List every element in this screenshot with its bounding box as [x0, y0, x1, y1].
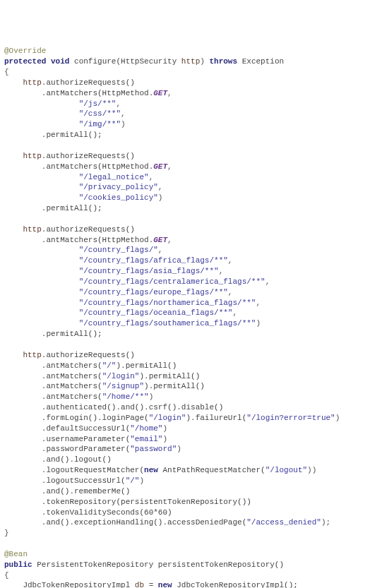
- code-token: "/cookies_policy": [79, 193, 158, 202]
- code-line: "/privacy_policy",: [4, 182, 366, 193]
- code-token: void: [46, 57, 74, 66]
- code-token: "/legal_notice": [79, 173, 149, 181]
- code-token: GET: [153, 162, 167, 171]
- code-token: [4, 109, 79, 118]
- code-token: ): [139, 476, 144, 485]
- code-token: "/home/**": [102, 392, 149, 401]
- code-line: "/legal_notice",: [4, 172, 366, 183]
- code-line: .defaultSuccessUrl("/home"): [4, 424, 366, 434]
- code-line: .authenticated().and().csrf().disable(): [4, 402, 366, 413]
- code-line: .antMatchers("/signup").permitAll(): [4, 381, 366, 392]
- code-line: "/country_flags/asia_flags/**",: [4, 266, 366, 277]
- code-token: "password": [130, 445, 177, 453]
- code-line: http.authorizeRequests(): [4, 224, 366, 235]
- code-token: "/img/**": [79, 120, 121, 128]
- code-token: ).permitAll(): [144, 382, 205, 390]
- code-token: http: [4, 78, 42, 87]
- code-line: .permitAll();: [4, 329, 366, 340]
- code-token: ).permitAll(): [139, 372, 200, 380]
- code-line: {: [4, 67, 366, 78]
- code-token: "email": [130, 435, 162, 443]
- code-token: =: [144, 581, 158, 588]
- code-line: "/img/**"): [4, 119, 366, 130]
- code-line: .and().rememberMe(): [4, 486, 366, 497]
- code-token: "/country_flags/southamerica_flags/**": [79, 319, 256, 328]
- code-token: "/login": [102, 372, 140, 380]
- code-token: ,: [256, 299, 261, 307]
- code-token: ).permitAll(): [116, 361, 177, 370]
- code-line: @Override: [4, 46, 366, 56]
- code-token: [4, 120, 79, 128]
- code-token: ,: [167, 162, 172, 171]
- code-token: JdbcTokenRepositoryImpl: [4, 581, 135, 588]
- code-token: "/signup": [102, 382, 144, 390]
- code-token: "/country_flags/europe_flags/**": [79, 288, 228, 296]
- code-token: new: [144, 466, 162, 474]
- code-token: ): [177, 445, 181, 453]
- code-token: [4, 183, 79, 191]
- code-token: .usernameParameter(: [4, 435, 130, 443]
- code-line: .passwordParameter("password"): [4, 444, 366, 455]
- code-line: .antMatchers(HttpMethod.GET,: [4, 88, 366, 99]
- code-token: );: [321, 518, 330, 527]
- code-token: "/": [126, 476, 140, 485]
- code-line: .and().exceptionHandling().accessDeniedP…: [4, 517, 366, 528]
- code-token: .antMatchers(HttpMethod.: [4, 89, 153, 97]
- code-token: @Bean: [4, 550, 28, 558]
- code-line: {: [4, 570, 366, 581]
- code-token: [4, 173, 79, 181]
- code-line: [4, 539, 366, 549]
- code-line: "/country_flags/oceania_flags/**",: [4, 308, 366, 318]
- code-token: ): [162, 424, 167, 433]
- code-token: public: [4, 560, 37, 569]
- code-token: ,: [167, 236, 172, 244]
- code-token: configure(HttpSecurity: [74, 57, 181, 66]
- code-token: .authorizeRequests(): [42, 225, 135, 234]
- code-token: ,: [228, 256, 233, 265]
- code-line: JdbcTokenRepositoryImpl db = new JdbcTok…: [4, 580, 366, 588]
- code-line: "/country_flags/northamerica_flags/**",: [4, 298, 366, 308]
- code-token: "/logout": [265, 466, 307, 474]
- code-line: "/country_flags/centralamerica_flags/**"…: [4, 277, 366, 287]
- code-line: .tokenValiditySeconds(60*60): [4, 508, 366, 518]
- code-token: .antMatchers(: [4, 361, 102, 370]
- code-token: ).failureUrl(: [186, 414, 246, 422]
- code-token: [4, 288, 79, 296]
- code-token: protected: [4, 57, 46, 66]
- code-token: [4, 193, 79, 202]
- code-line: "/cookies_policy"): [4, 193, 366, 203]
- code-token: .antMatchers(: [4, 372, 102, 380]
- code-token: "/login?error=true": [246, 414, 335, 422]
- code-token: http: [181, 57, 200, 66]
- code-token: .authorizeRequests(): [42, 78, 135, 87]
- code-token: .tokenValiditySeconds(60*60): [4, 508, 172, 517]
- code-token: ): [335, 414, 340, 422]
- code-line: http.authorizeRequests(): [4, 151, 366, 162]
- code-token: .and().exceptionHandling().accessDeniedP…: [4, 518, 246, 527]
- code-line: }: [4, 528, 366, 539]
- code-line: "/country_flags/africa_flags/**",: [4, 256, 366, 266]
- code-token: ,: [149, 173, 154, 181]
- code-token: .permitAll();: [4, 204, 102, 212]
- code-token: ,: [167, 89, 172, 97]
- code-token: @Override: [4, 47, 46, 55]
- code-line: "/country_flags/southamerica_flags/**"): [4, 318, 366, 329]
- code-line: http.authorizeRequests(): [4, 350, 366, 361]
- code-token: [4, 267, 79, 275]
- code-token: .authorizeRequests(): [42, 351, 135, 359]
- code-line: .tokenRepository(persistentTokenReposito…: [4, 497, 366, 508]
- code-line: .usernameParameter("email"): [4, 434, 366, 445]
- code-line: .antMatchers("/login").permitAll(): [4, 371, 366, 382]
- code-token: .passwordParameter(: [4, 445, 130, 453]
- code-token: .logoutRequestMatcher(: [4, 466, 144, 474]
- code-token: http: [4, 225, 42, 234]
- code-token: }: [4, 529, 9, 537]
- code-token: .antMatchers(: [4, 382, 102, 390]
- code-token: http: [4, 152, 42, 160]
- code-token: "/country_flags/centralamerica_flags/**": [79, 277, 265, 286]
- code-token: "/country_flags/africa_flags/**": [79, 256, 228, 265]
- code-token: GET: [153, 89, 167, 97]
- code-token: ): [149, 392, 154, 401]
- code-line: [4, 214, 366, 224]
- code-line: .formLogin().loginPage("/login").failure…: [4, 413, 366, 424]
